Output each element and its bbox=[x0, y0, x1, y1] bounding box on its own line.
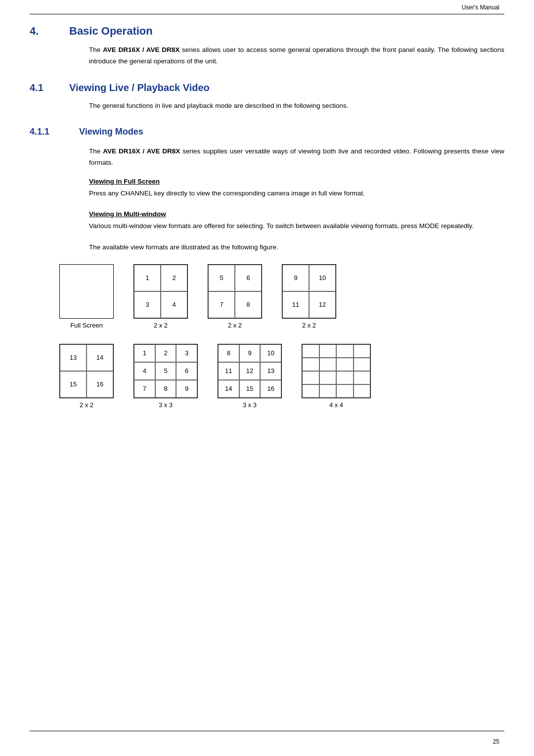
section-4: 4. Basic Operation The AVE DR16X / AVE D… bbox=[30, 25, 504, 67]
cell-3x3a-7: 7 bbox=[134, 380, 155, 398]
cell-4x4-5 bbox=[302, 358, 319, 371]
cell-4x4-2 bbox=[319, 344, 337, 358]
figure-3x3-a: 1 2 3 4 5 6 7 8 9 3 x 3 bbox=[134, 344, 198, 409]
grid-4x4 bbox=[302, 344, 371, 398]
cell-4x4-4 bbox=[354, 344, 371, 358]
section-4-body: The AVE DR16X / AVE DR8X series allows u… bbox=[89, 45, 504, 67]
figure-3x3-b: 8 9 10 11 12 13 14 15 16 3 x 3 bbox=[218, 344, 282, 409]
grid-3x3-b: 8 9 10 11 12 13 14 15 16 bbox=[218, 344, 282, 398]
cell-14: 14 bbox=[87, 344, 113, 371]
cell-3x3b-8: 8 bbox=[218, 344, 239, 362]
page-container: User's Manual 4. Basic Operation The AVE… bbox=[0, 0, 534, 756]
cell-3x3b-9: 9 bbox=[239, 344, 261, 362]
cell-4x4-10 bbox=[319, 371, 337, 384]
section-4-number: 4. bbox=[30, 25, 69, 38]
grid-3x3-a-label: 3 x 3 bbox=[159, 401, 173, 409]
section-41-title: Viewing Live / Playback Video bbox=[69, 82, 210, 94]
cell-3x3a-8: 8 bbox=[155, 380, 177, 398]
cell-11: 11 bbox=[282, 291, 309, 318]
cell-4x4-3 bbox=[336, 344, 354, 358]
cell-4x4-13 bbox=[302, 384, 319, 398]
section-41-body: The general functions in live and playba… bbox=[89, 100, 504, 112]
cell-4x4-6 bbox=[319, 358, 337, 371]
cell-3x3a-3: 3 bbox=[176, 344, 197, 362]
cell-3x3b-14: 14 bbox=[218, 380, 239, 398]
cell-4x4-12 bbox=[354, 371, 371, 384]
cell-15: 15 bbox=[60, 371, 87, 398]
top-rule bbox=[30, 14, 504, 14]
grid-3x3-a: 1 2 3 4 5 6 7 8 9 bbox=[134, 344, 198, 398]
figure-fullscreen: Full Screen bbox=[59, 264, 114, 329]
cell-12: 12 bbox=[309, 291, 336, 318]
multi-window-note: The available view formats are illustrat… bbox=[89, 242, 504, 253]
section-41-heading: 4.1 Viewing Live / Playback Video bbox=[30, 82, 504, 94]
grid-4x4-label: 4 x 4 bbox=[329, 401, 343, 409]
cell-6: 6 bbox=[235, 265, 262, 291]
cell-3x3a-6: 6 bbox=[176, 362, 197, 380]
cell-16: 16 bbox=[87, 371, 113, 398]
cell-3x3b-13: 13 bbox=[260, 362, 281, 380]
grid-2x2-c-label: 2 x 2 bbox=[302, 322, 316, 329]
figure-2x2-c: 9 10 11 12 2 x 2 bbox=[282, 264, 336, 329]
cell-3x3b-12: 12 bbox=[239, 362, 261, 380]
grid-3x3-b-label: 3 x 3 bbox=[243, 401, 257, 409]
cell-3x3a-5: 5 bbox=[155, 362, 177, 380]
cell-3x3b-10: 10 bbox=[260, 344, 281, 362]
section-411-number: 4.1.1 bbox=[30, 127, 79, 137]
cell-4: 4 bbox=[161, 291, 187, 318]
cell-13: 13 bbox=[60, 344, 87, 371]
section-4-title: Basic Operation bbox=[69, 25, 153, 38]
cell-9: 9 bbox=[282, 265, 309, 291]
section-411-title: Viewing Modes bbox=[79, 127, 143, 137]
cell-3x3b-11: 11 bbox=[218, 362, 239, 380]
figures-area: Full Screen 1 2 3 4 2 x 2 bbox=[59, 264, 504, 409]
cell-4x4-8 bbox=[354, 358, 371, 371]
multi-window-body: Various multi-window view formats are of… bbox=[89, 221, 504, 232]
page-number: 25 bbox=[493, 738, 499, 745]
cell-4x4-16 bbox=[354, 384, 371, 398]
grid-2x2-a-label: 2 x 2 bbox=[154, 322, 168, 329]
section-4-heading: 4. Basic Operation bbox=[30, 25, 504, 38]
figure-2x2-d: 13 14 15 16 2 x 2 bbox=[59, 344, 114, 409]
figure-2x2-a: 1 2 3 4 2 x 2 bbox=[134, 264, 188, 329]
cell-10: 10 bbox=[309, 265, 336, 291]
section-411-heading: 4.1.1 Viewing Modes bbox=[30, 127, 504, 137]
full-screen-body: Press any CHANNEL key directly to view t… bbox=[89, 188, 504, 199]
grid-2x2-b-label: 2 x 2 bbox=[228, 322, 242, 329]
grid-2x2-c: 9 10 11 12 bbox=[282, 264, 336, 319]
figures-row-1: Full Screen 1 2 3 4 2 x 2 bbox=[59, 264, 504, 329]
section-411: 4.1.1 Viewing Modes The AVE DR16X / AVE … bbox=[30, 127, 504, 409]
cell-4x4-1 bbox=[302, 344, 319, 358]
cell-5: 5 bbox=[208, 265, 235, 291]
cell-1: 1 bbox=[134, 265, 161, 291]
fullscreen-label: Full Screen bbox=[70, 322, 103, 329]
cell-3x3a-4: 4 bbox=[134, 362, 155, 380]
section-41: 4.1 Viewing Live / Playback Video The ge… bbox=[30, 82, 504, 112]
cell-3x3a-2: 2 bbox=[155, 344, 177, 362]
header-label: User's Manual bbox=[462, 4, 499, 11]
full-screen-heading: Viewing in Full Screen bbox=[89, 178, 504, 185]
grid-2x2-b: 5 6 7 8 bbox=[208, 264, 262, 319]
section-411-body: The AVE DR16X / AVE DR8X series supplies… bbox=[89, 146, 504, 169]
cell-8: 8 bbox=[235, 291, 262, 318]
cell-3x3a-9: 9 bbox=[176, 380, 197, 398]
cell-4x4-7 bbox=[336, 358, 354, 371]
section-41-number: 4.1 bbox=[30, 82, 69, 94]
cell-4x4-11 bbox=[336, 371, 354, 384]
cell-4x4-14 bbox=[319, 384, 337, 398]
fullscreen-box bbox=[59, 264, 114, 319]
cell-4x4-9 bbox=[302, 371, 319, 384]
multi-window-heading: Viewing in Multi-window bbox=[89, 210, 504, 218]
cell-3: 3 bbox=[134, 291, 161, 318]
cell-7: 7 bbox=[208, 291, 235, 318]
cell-2: 2 bbox=[161, 265, 187, 291]
figures-row-2: 13 14 15 16 2 x 2 1 2 3 4 bbox=[59, 344, 504, 409]
page-header: User's Manual bbox=[462, 4, 499, 11]
cell-3x3a-1: 1 bbox=[134, 344, 155, 362]
figure-4x4: 4 x 4 bbox=[302, 344, 371, 409]
grid-2x2-d: 13 14 15 16 bbox=[59, 344, 114, 398]
grid-2x2-a: 1 2 3 4 bbox=[134, 264, 188, 319]
bottom-rule bbox=[30, 731, 504, 731]
subsection-multi-window: Viewing in Multi-window Various multi-wi… bbox=[30, 210, 504, 253]
cell-3x3b-16: 16 bbox=[260, 380, 281, 398]
